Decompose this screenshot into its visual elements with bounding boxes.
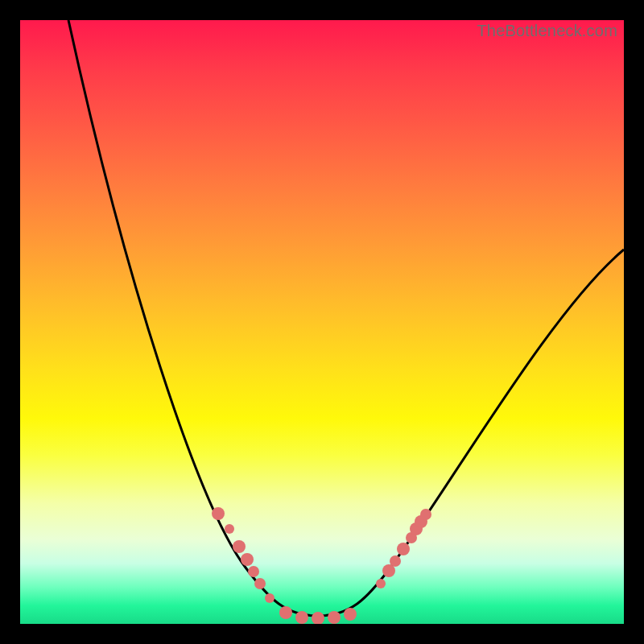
sample-dot	[233, 540, 246, 553]
watermark-text: TheBottleneck.com	[477, 22, 617, 40]
chart-frame: TheBottleneck.com	[20, 20, 624, 624]
sample-dots	[212, 507, 431, 624]
sample-dot	[390, 555, 401, 567]
sample-dot	[212, 507, 225, 520]
sample-dot	[420, 509, 431, 520]
sample-dot	[397, 543, 410, 555]
sample-dot	[344, 608, 357, 621]
sample-dot	[312, 612, 324, 624]
sample-dot	[265, 593, 275, 603]
sample-dot	[225, 524, 234, 534]
sample-dot	[254, 578, 266, 589]
sample-dot	[376, 579, 386, 588]
sample-dot	[248, 566, 259, 577]
sample-dot	[295, 611, 308, 624]
sample-dot	[279, 606, 292, 619]
sample-dot	[328, 611, 341, 624]
sample-dot	[241, 553, 254, 566]
plot-area	[20, 20, 624, 624]
sample-dots-layer	[20, 20, 624, 624]
